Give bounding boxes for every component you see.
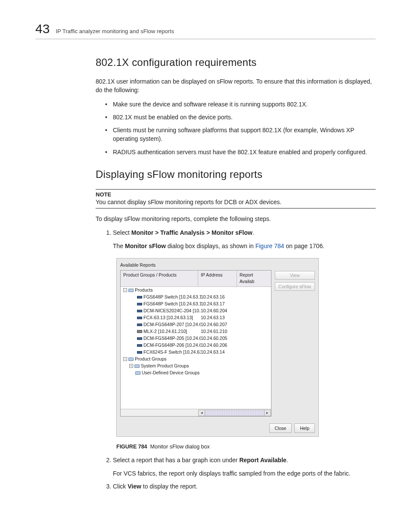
running-header: 43 IP Traffic analyzer monitoring and sF… (35, 22, 376, 39)
col-header-products[interactable]: Product Groups / Products (121, 271, 198, 286)
device-ip: 10.24.60.206 (201, 342, 240, 348)
step1-body-a: The (113, 243, 125, 249)
step1-post: . (252, 229, 254, 236)
configure-sflow-button[interactable]: Configure sFlow (275, 282, 315, 291)
step2-pre: Select a report that has a bar graph ico… (113, 457, 239, 464)
tree-product-row[interactable]: FCX-63.13 [10.24.63.13]10.24.63.13 (121, 314, 271, 321)
scroll-left-icon[interactable]: ◂ (198, 410, 205, 416)
tree-header-row: Product Groups / Products IP Address Rep… (121, 271, 271, 286)
group-label: System Product Groups (141, 363, 189, 369)
device-ip: 10.24.63.16 (201, 294, 240, 300)
heading-sflow-reports: Displaying sFlow monitoring reports (96, 168, 376, 180)
tree-product-row[interactable]: FGS648P Switch [10.24.63.110.24.63.16 (121, 294, 271, 301)
tree-node-product-groups[interactable]: − Product Groups (121, 356, 271, 363)
figure-wrapper: Available Reports Product Groups / Produ… (113, 258, 376, 451)
tree-product-row[interactable]: MLX-2 [10.24.61.210]10.24.61.210 (121, 328, 271, 335)
step1-body-c: dialog box displays, as shown in (166, 243, 255, 249)
scroll-track[interactable] (205, 410, 264, 416)
device-label: DCM-FGS648P-206 [10.24.60 (143, 342, 201, 348)
step1-body-dlg: Monitor sFlow (125, 243, 166, 249)
note-block: NOTE You cannot display sFlow monitoring… (96, 189, 376, 208)
tree-product-row[interactable]: DCM-FGS648P-205 [10.24.6010.24.60.205 (121, 335, 271, 342)
device-ip: 10.24.60.204 (201, 308, 240, 314)
heading-8021x: 802.1X configuration requirements (96, 56, 376, 68)
content-area: 802.1X configuration requirements 802.1X… (35, 56, 376, 491)
figure-caption: FIGURE 784 Monitor sFlow dialog box (116, 443, 376, 451)
stack-icon (135, 371, 140, 375)
step2-bold: Report Available (239, 457, 286, 464)
device-icon (137, 337, 142, 340)
device-icon (137, 344, 142, 347)
device-icon (137, 317, 142, 319)
device-ip: 10.24.60.205 (201, 335, 240, 342)
tree-product-row[interactable]: DCM-FGS648P-206 [10.24.6010.24.60.206 (121, 342, 271, 349)
step1-body-d: on page 1706. (284, 243, 324, 249)
tree-group-row[interactable]: User-Defined Device Groups (121, 370, 271, 376)
step3-bold: View (128, 483, 141, 490)
device-ip: 10.24.61.210 (201, 328, 240, 335)
device-icon (137, 296, 142, 299)
tree-product-row[interactable]: FGS648P Switch [10.24.63.110.24.63.17 (121, 301, 271, 308)
device-label: DCM-FGS648P-207 [10.24.60 (143, 321, 201, 328)
bullet-item: 802.1X must be enabled on the device por… (105, 113, 376, 121)
figure-ref-link[interactable]: Figure 784 (255, 243, 284, 249)
tree-body: − Products FGS648P Switch [10.24.63.110.… (121, 287, 271, 409)
bullet-item: Clients must be running software platfor… (105, 126, 376, 143)
device-label: FCX624S-F Switch [10.24.63 (143, 349, 201, 355)
device-ip: 10.24.63.13 (201, 314, 240, 321)
running-title: IP Traffic analyzer monitoring and sFlow… (56, 28, 174, 34)
device-label: FCX-63.13 [10.24.63.13] (143, 314, 193, 321)
col-header-ip[interactable]: IP Address (198, 271, 237, 286)
device-label: DCM-NICES2024C-204 [10.24 (143, 308, 201, 314)
bullet-item: RADIUS authentication servers must have … (105, 148, 376, 156)
tree-product-row[interactable]: FCX624S-F Switch [10.24.6310.24.63.14 (121, 349, 271, 356)
tree-node-products[interactable]: − Products (121, 287, 271, 294)
collapse-icon[interactable]: − (123, 357, 127, 361)
horizontal-scrollbar[interactable]: ◂ ▸ (121, 409, 271, 416)
expand-icon[interactable]: + (129, 364, 133, 368)
step2-body: For VCS fabrics, the report only display… (113, 469, 376, 478)
device-icon (137, 351, 142, 354)
chapter-number: 43 (35, 22, 50, 36)
figure-number: FIGURE 784 (116, 444, 147, 450)
device-ip: 10.24.63.17 (201, 301, 240, 307)
col-header-report[interactable]: Report Availab (237, 271, 271, 286)
reports-tree[interactable]: Product Groups / Products IP Address Rep… (120, 270, 271, 417)
close-button[interactable]: Close (269, 423, 292, 433)
intro-8021x: 802.1X user information can be displayed… (96, 77, 376, 95)
step1-menu-path: Monitor > Traffic Analysis > Monitor sFl… (131, 229, 252, 236)
stack-icon (128, 358, 134, 361)
device-ip: 10.24.63.14 (201, 349, 240, 355)
stack-icon (134, 364, 140, 368)
device-icon (137, 324, 142, 326)
panel-title: Available Reports (120, 262, 315, 268)
bullets-8021x: Make sure the device and software releas… (96, 100, 376, 156)
device-icon (137, 303, 142, 305)
collapse-icon[interactable]: − (123, 288, 127, 292)
scroll-right-icon[interactable]: ▸ (264, 410, 271, 416)
device-icon (137, 310, 142, 312)
figure-caption-text: Monitor sFlow dialog box (150, 444, 210, 450)
device-ip: 10.24.60.207 (201, 321, 240, 328)
device-label: DCM-FGS648P-205 [10.24.60 (143, 335, 201, 342)
step-2: Select a report that has a bar graph ico… (113, 456, 376, 478)
tree-group-row[interactable]: + System Product Groups (121, 363, 271, 370)
note-label: NOTE (96, 191, 376, 198)
tree-product-row[interactable]: DCM-FGS648P-207 [10.24.6010.24.60.207 (121, 321, 271, 328)
stack-icon (128, 289, 134, 292)
note-text: You cannot display sFlow monitoring repo… (96, 199, 376, 208)
bullet-item: Make sure the device and software releas… (105, 100, 376, 109)
step-3: Click View to display the report. (113, 482, 376, 491)
side-button-panel: View Configure sFlow (275, 270, 315, 417)
device-label: MLX-2 [10.24.61.210] (143, 328, 187, 335)
tree-product-row[interactable]: DCM-NICES2024C-204 [10.2410.24.60.204 (121, 308, 271, 314)
step-1: Select Monitor > Traffic Analysis > Moni… (113, 228, 376, 451)
step3-post: to display the report. (141, 483, 198, 490)
view-button[interactable]: View (275, 271, 315, 280)
steps-list: Select Monitor > Traffic Analysis > Moni… (96, 228, 376, 491)
help-button[interactable]: Help (294, 423, 315, 433)
device-label: FGS648P Switch [10.24.63.1 (143, 294, 201, 300)
step1-pre: Select (113, 229, 131, 236)
step3-pre: Click (113, 483, 128, 490)
document-page: 43 IP Traffic analyzer monitoring and sF… (0, 0, 411, 532)
